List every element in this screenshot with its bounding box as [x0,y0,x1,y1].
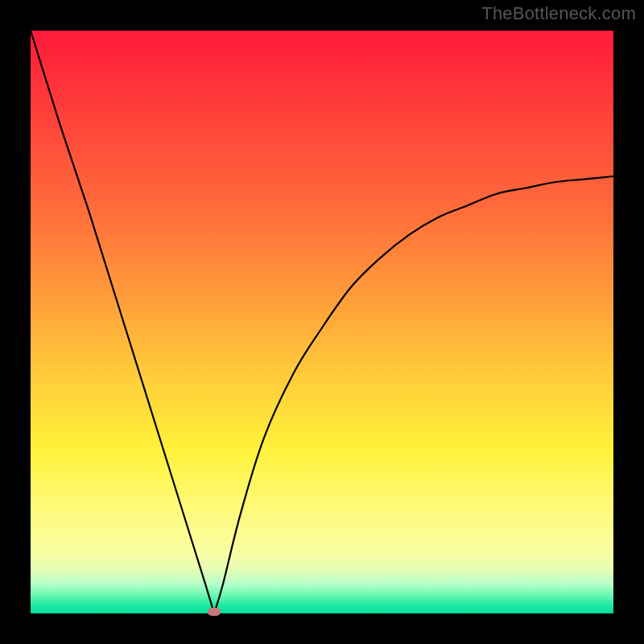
plot-area [31,31,613,613]
curve-path [31,31,613,613]
minimum-marker [208,608,221,616]
bottleneck-curve [31,31,613,613]
chart-frame: TheBottleneck.com [0,0,644,644]
watermark-text: TheBottleneck.com [481,3,636,24]
